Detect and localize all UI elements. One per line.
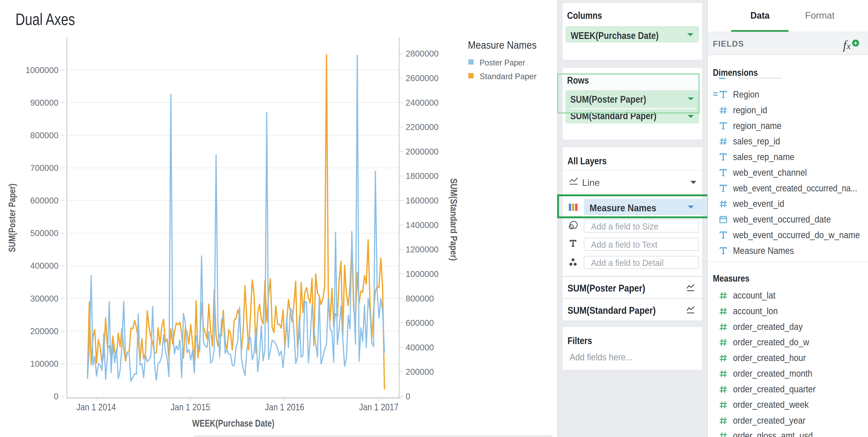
svg-text:2800000: 2800000 <box>406 49 439 58</box>
svg-text:WEEK(Purchase Date): WEEK(Purchase Date) <box>192 418 274 429</box>
svg-text:0: 0 <box>54 392 59 401</box>
svg-text:600000: 600000 <box>406 318 434 328</box>
svg-text:2400000: 2400000 <box>406 98 439 107</box>
svg-text:Measure Names: Measure Names <box>468 39 536 51</box>
svg-text:1800000: 1800000 <box>406 171 439 180</box>
svg-text:1000000: 1000000 <box>406 269 439 279</box>
svg-text:1400000: 1400000 <box>406 221 439 230</box>
svg-text:1600000: 1600000 <box>406 196 439 205</box>
svg-text:SUM(Poster Paper): SUM(Poster Paper) <box>7 183 17 252</box>
svg-text:900000: 900000 <box>30 98 59 107</box>
svg-text:500000: 500000 <box>30 229 59 238</box>
svg-text:1000000: 1000000 <box>25 65 59 75</box>
svg-text:Jan 1 2015: Jan 1 2015 <box>171 402 210 412</box>
svg-text:800000: 800000 <box>30 131 59 140</box>
svg-text:2600000: 2600000 <box>406 73 439 83</box>
svg-text:700000: 700000 <box>30 163 59 173</box>
svg-text:2000000: 2000000 <box>406 147 439 156</box>
svg-text:Standard Paper: Standard Paper <box>479 72 536 81</box>
svg-text:800000: 800000 <box>406 294 434 303</box>
svg-text:Jan 1 2014: Jan 1 2014 <box>76 402 116 412</box>
svg-text:2200000: 2200000 <box>406 122 439 132</box>
svg-text:SUM(Standard Paper): SUM(Standard Paper) <box>448 178 459 261</box>
svg-text:400000: 400000 <box>406 343 434 352</box>
svg-text:0: 0 <box>406 392 410 401</box>
svg-text:200000: 200000 <box>30 327 59 336</box>
svg-text:1200000: 1200000 <box>406 245 439 254</box>
svg-text:Jan 1 2016: Jan 1 2016 <box>265 402 304 412</box>
svg-text:Jan 1 2017: Jan 1 2017 <box>359 402 399 412</box>
svg-text:600000: 600000 <box>30 196 59 205</box>
svg-text:300000: 300000 <box>30 294 59 303</box>
svg-text:Poster Paper: Poster Paper <box>479 58 525 67</box>
svg-text:100000: 100000 <box>30 359 59 368</box>
svg-text:200000: 200000 <box>406 367 434 376</box>
svg-text:400000: 400000 <box>30 261 59 270</box>
